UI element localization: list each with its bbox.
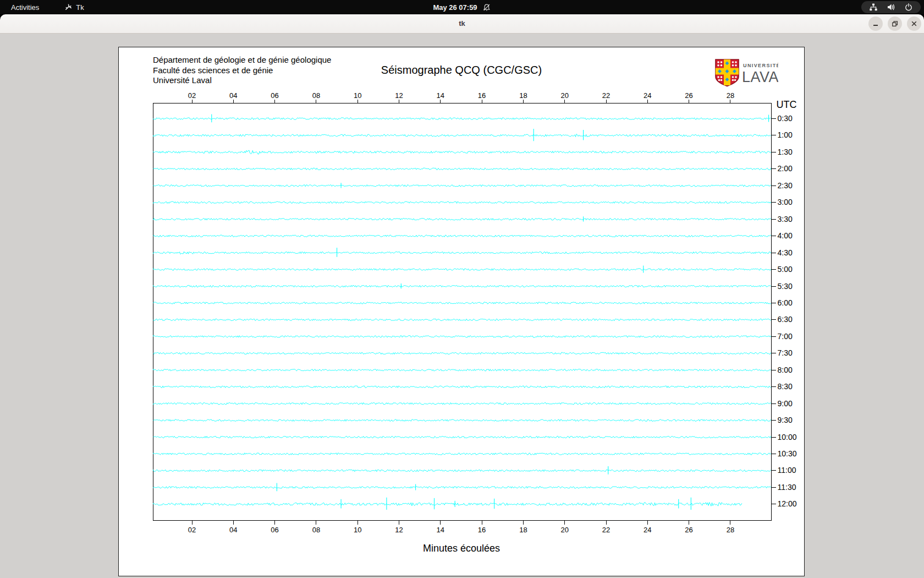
x-tick-label-top: 24 <box>644 91 651 100</box>
seismogram-trace <box>153 201 771 203</box>
plot-frame <box>153 103 772 521</box>
x-tick-label-bottom: 10 <box>354 526 361 534</box>
logo-text-universite: UNIVERSITÉ <box>743 63 778 68</box>
seismogram-trace <box>153 235 771 237</box>
utc-time-label: 11:00 <box>778 466 796 475</box>
x-tick-label-bottom: 12 <box>395 526 403 534</box>
chart-title: Séismographe QCQ (CGC/GSC) <box>119 64 804 77</box>
seismogram-trace <box>153 386 771 388</box>
seismogram-trace <box>153 503 742 506</box>
window-controls <box>868 17 921 31</box>
utc-time-label: 0:30 <box>778 114 793 123</box>
x-tick-label-bottom: 20 <box>560 526 568 534</box>
tk-icon <box>64 3 73 12</box>
seismogram-chart: 0202040406060808101012121414161618182020… <box>119 47 805 576</box>
x-tick-label-top: 18 <box>519 91 527 100</box>
utc-time-label: 9:00 <box>778 399 793 408</box>
utc-time-label: 6:00 <box>778 298 793 307</box>
tk-app-label: Tk <box>76 3 84 12</box>
minimize-icon <box>872 20 879 28</box>
notifications-muted-icon <box>483 3 491 12</box>
seismogram-trace <box>153 134 771 137</box>
utc-time-label: 2:00 <box>778 164 793 173</box>
utc-time-label: 1:00 <box>778 130 793 139</box>
logo-text-laval: LAVAL <box>742 69 778 85</box>
close-icon <box>910 20 918 28</box>
seismogram-trace <box>153 319 771 320</box>
window-title: tk <box>0 14 924 33</box>
seismogram-trace <box>153 285 771 287</box>
network-icon <box>869 3 878 12</box>
utc-time-label: 5:00 <box>778 265 793 274</box>
x-tick-label-top: 20 <box>560 91 568 100</box>
x-tick-label-top: 22 <box>602 91 610 100</box>
clock-label: May 26 07:59 <box>433 3 477 12</box>
seismogram-trace <box>153 369 771 371</box>
seismogram-trace <box>153 453 771 455</box>
x-tick-label-bottom: 04 <box>229 526 237 534</box>
x-tick-label-bottom: 28 <box>727 526 734 534</box>
org-line-3: Université Laval <box>153 75 331 86</box>
seismogram-trace <box>153 487 771 488</box>
x-tick-label-bottom: 08 <box>312 526 320 534</box>
x-tick-label-top: 28 <box>727 91 734 100</box>
x-tick-label-top: 02 <box>188 91 196 100</box>
clock-button[interactable]: May 26 07:59 <box>430 0 494 14</box>
utc-time-label: 8:00 <box>778 366 793 374</box>
utc-time-label: 9:30 <box>778 416 793 424</box>
x-tick-label-bottom: 02 <box>188 526 196 534</box>
laval-logo: UNIVERSITÉ LAVAL <box>714 58 778 88</box>
utc-time-label: 6:30 <box>778 315 793 324</box>
seismogram-trace <box>153 352 771 354</box>
utc-time-label: 3:30 <box>778 215 793 223</box>
x-tick-label-bottom: 22 <box>602 526 610 534</box>
x-tick-label-top: 08 <box>312 91 320 100</box>
utc-time-label: 10:00 <box>778 433 797 441</box>
seismogram-trace <box>153 219 771 220</box>
close-button[interactable] <box>907 17 921 31</box>
utc-time-label: 1:30 <box>778 148 793 156</box>
x-tick-label-bottom: 18 <box>519 526 527 534</box>
system-tray[interactable] <box>861 1 921 13</box>
utc-time-label: 10:30 <box>778 449 797 458</box>
utc-time-label: 4:30 <box>778 248 793 257</box>
seismogram-trace <box>153 150 771 154</box>
x-tick-label-bottom: 16 <box>478 526 486 534</box>
x-tick-label-top: 04 <box>229 91 237 100</box>
x-tick-label-top: 26 <box>685 91 692 100</box>
x-tick-label-top: 10 <box>354 91 361 100</box>
seismogram-trace <box>153 252 771 254</box>
seismogram-trace <box>153 302 771 304</box>
seismogram-trace <box>153 168 771 170</box>
seismogram-trace <box>153 403 771 405</box>
activities-button[interactable]: Activities <box>4 0 46 14</box>
tk-window: tk <box>0 14 924 578</box>
x-tick-label-bottom: 06 <box>271 526 278 534</box>
x-axis-title: Minutes écoulées <box>119 543 804 554</box>
utc-time-label: 4:00 <box>778 231 793 240</box>
utc-time-label: 8:30 <box>778 382 793 391</box>
seismogram-trace <box>153 269 771 270</box>
seismograph-page: Département de géologie et de génie géol… <box>118 47 805 576</box>
maximize-button[interactable] <box>888 17 902 31</box>
x-tick-label-top: 16 <box>478 91 486 100</box>
x-tick-label-top: 06 <box>271 91 278 100</box>
utc-time-label: 7:30 <box>778 348 793 357</box>
x-tick-label-bottom: 24 <box>644 526 651 534</box>
gnome-top-bar: Activities Tk May 26 07:59 <box>0 0 924 14</box>
power-icon <box>904 3 913 12</box>
x-tick-label-bottom: 26 <box>685 526 692 534</box>
x-tick-label-bottom: 14 <box>437 526 444 534</box>
window-titlebar[interactable]: tk <box>0 14 924 34</box>
seismogram-trace <box>153 185 771 187</box>
tk-app-indicator[interactable]: Tk <box>60 0 88 14</box>
maximize-icon <box>891 20 899 28</box>
seismogram-trace <box>153 419 771 421</box>
x-tick-label-top: 12 <box>395 91 403 100</box>
seismogram-trace <box>153 118 771 119</box>
utc-time-label: 12:00 <box>778 499 797 508</box>
seismogram-trace <box>153 336 771 337</box>
minimize-button[interactable] <box>868 17 883 31</box>
x-tick-label-top: 14 <box>437 91 444 100</box>
utc-time-label: 11:30 <box>778 483 796 492</box>
